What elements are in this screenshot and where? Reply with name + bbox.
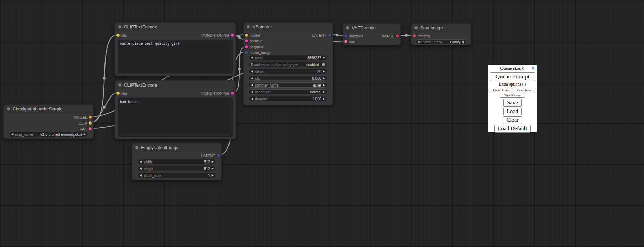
decrement-arrow-icon[interactable]: ◀ [251,84,253,87]
decrement-arrow-icon[interactable]: ◀ [251,77,253,80]
increment-arrow-icon[interactable]: ▶ [323,70,325,73]
node-save-image[interactable]: SaveImage images filename_prefix ComfyUI [411,23,471,45]
samples-input-dot[interactable] [344,34,347,37]
slot-label-vae: VAE [80,127,87,131]
negative-prompt-textarea[interactable]: bad hands [118,98,233,136]
decrement-arrow-icon[interactable]: ◀ [11,133,13,136]
widget-value: enabled [306,63,319,67]
increment-arrow-icon[interactable]: ▶ [212,160,214,163]
save-button[interactable]: Save [503,99,521,106]
queue-front-button[interactable]: Queue Front [490,88,512,92]
decrement-arrow-icon[interactable]: ◀ [251,56,253,59]
widget-value: 8.000 [312,76,321,80]
node-checkpoint-loader-simple[interactable]: CheckpointLoaderSimple MODEL CLIP VAE ◀ … [3,104,94,139]
widget-value: euler [313,83,321,87]
slot-row: clip CONDITIONING [115,32,235,38]
node-title-bar[interactable]: CLIPTextEncode [115,81,235,89]
collapse-dot-icon[interactable] [135,146,138,149]
latent-output-dot[interactable] [328,34,331,37]
increment-arrow-icon[interactable]: ▶ [323,77,325,80]
widget-height[interactable]: ◀ height 512 ▶ [137,166,216,171]
increment-arrow-icon[interactable]: ▶ [323,98,325,100]
clear-button[interactable]: Clear [503,116,522,124]
increment-arrow-icon[interactable]: ▶ [323,56,325,59]
node-title-bar[interactable]: VAEDecode [343,24,400,32]
decrement-arrow-icon[interactable]: ◀ [251,70,253,73]
node-clip-text-encode-positive[interactable]: CLIPTextEncode clip CONDITIONING masterp… [115,22,236,76]
collapse-dot-icon[interactable] [118,25,121,28]
clip-input-dot[interactable] [116,34,120,37]
settings-gear-icon[interactable] [531,66,535,70]
node-title-bar[interactable]: EmptyLatentImage [132,143,221,152]
collapse-dot-icon[interactable] [346,26,349,29]
conditioning-output-dot[interactable] [231,92,234,95]
image-output-dot[interactable] [396,34,399,37]
latent-image-input-dot[interactable] [245,51,248,54]
vae-output-dot[interactable] [89,127,92,130]
collapse-dot-icon[interactable] [414,26,418,29]
positive-prompt-textarea[interactable]: masterpiece best quality girl [118,40,233,73]
slot-label-latent: LATENT [312,33,326,37]
vae-input-dot[interactable] [344,40,347,43]
node-ksampler[interactable]: KSampler model LATENT positive negative … [243,22,333,105]
widget-value: 8566257 [307,56,321,60]
node-clip-text-encode-negative[interactable]: CLIPTextEncode clip CONDITIONING bad han… [115,80,236,139]
collapse-dot-icon[interactable] [247,25,250,28]
increment-arrow-icon[interactable]: ▶ [212,167,214,170]
increment-arrow-icon[interactable]: ▶ [323,84,325,87]
increment-arrow-icon[interactable]: ▶ [212,174,214,177]
view-queue-button[interactable]: View Queue [513,88,535,92]
link-center-dot [103,77,106,80]
clip-output-dot[interactable] [89,121,92,125]
model-output-dot[interactable] [89,116,92,119]
node-title-bar[interactable]: KSampler [244,23,333,31]
load-default-button[interactable]: Load Default [494,125,531,132]
widget-cfg[interactable]: ◀ cfg 8.000 ▶ [249,76,327,81]
load-button[interactable]: Load [503,108,522,115]
widget-random-seed-toggle[interactable]: Random seed after every gen enabled [249,62,327,67]
toggle-on-dot[interactable] [322,63,325,66]
clip-input-dot[interactable] [116,92,120,95]
latent-output-dot[interactable] [217,154,220,157]
model-input-dot[interactable] [245,34,248,37]
slot-label-model: model [250,33,260,37]
widget-filename-prefix[interactable]: filename_prefix ComfyUI [416,39,467,44]
node-title-bar[interactable]: CheckpointLoaderSimple [4,105,93,113]
widget-label: filename_prefix [418,40,442,44]
decrement-arrow-icon[interactable]: ◀ [251,98,253,100]
widget-ckpt-name[interactable]: ◀ ckpt_name v1-5-pruned-emaonly.ckpt ▶ [9,132,88,137]
collapse-dot-icon[interactable] [118,83,121,87]
decrement-arrow-icon[interactable]: ◀ [140,167,142,170]
node-vae-decode[interactable]: VAEDecode samples IMAGE vae [343,23,401,45]
output-slot-model: MODEL [4,114,93,120]
widget-sampler-name[interactable]: ◀ sampler_name euler ▶ [249,82,327,88]
decrement-arrow-icon[interactable]: ◀ [251,91,253,93]
widget-scheduler[interactable]: ◀ scheduler normal ▶ [249,89,327,94]
node-title: CLIPTextEncode [124,24,157,29]
images-input-dot[interactable] [413,34,416,37]
increment-arrow-icon[interactable]: ▶ [323,91,325,93]
widget-label: height [144,167,153,171]
node-graph-canvas[interactable]: CheckpointLoaderSimple MODEL CLIP VAE ◀ … [0,0,644,247]
widget-value: ComfyUI [450,40,464,44]
node-empty-latent-image[interactable]: EmptyLatentImage LATENT ◀ width 512 ▶ ◀ … [132,143,222,180]
increment-arrow-icon[interactable]: ▶ [84,133,86,136]
collapse-dot-icon[interactable] [7,107,10,110]
decrement-arrow-icon[interactable]: ◀ [140,160,142,163]
widget-steps[interactable]: ◀ steps 20 ▶ [249,69,327,74]
queue-prompt-button[interactable]: Queue Prompt [490,72,535,81]
node-title-bar[interactable]: SaveImage [411,24,471,32]
extra-options-checkbox[interactable] [522,83,526,86]
slot-row: latent_image [244,50,333,55]
widget-width[interactable]: ◀ width 512 ▶ [137,159,216,164]
node-title-bar[interactable]: CLIPTextEncode [115,23,235,31]
view-history-button[interactable]: View History [500,93,525,98]
decrement-arrow-icon[interactable]: ◀ [140,174,142,177]
negative-input-dot[interactable] [245,45,248,48]
positive-input-dot[interactable] [245,39,248,42]
widget-batch-size[interactable]: ◀ batch_size 1 ▶ [137,173,216,178]
slot-label-clip: clip [121,33,127,37]
conditioning-output-dot[interactable] [231,34,234,37]
widget-seed[interactable]: ◀ seed 8566257 ▶ [249,55,327,60]
widget-denoise[interactable]: ◀ denoise 1.000 ▶ [249,96,327,101]
